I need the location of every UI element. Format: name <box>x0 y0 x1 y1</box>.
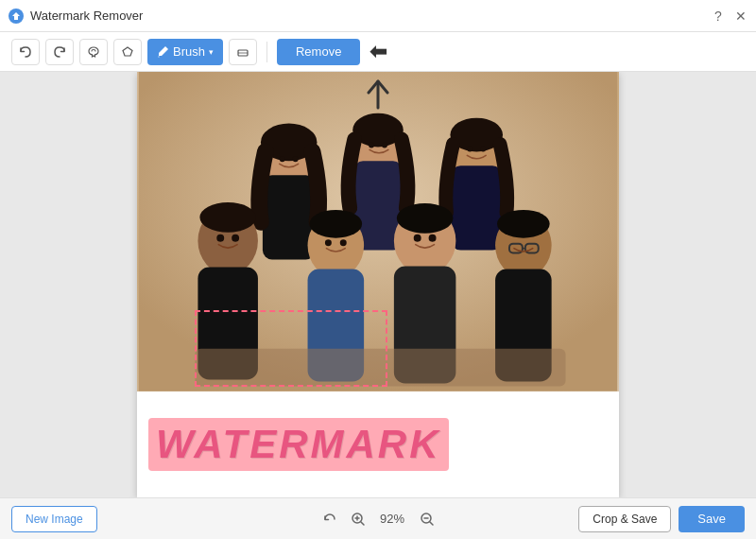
svg-point-18 <box>310 210 363 238</box>
polygon-button[interactable] <box>113 39 142 65</box>
new-image-button[interactable]: New Image <box>11 506 97 532</box>
app-logo-icon <box>8 8 25 25</box>
svg-point-35 <box>232 235 239 242</box>
close-button[interactable]: ✕ <box>733 9 748 24</box>
toolbar: Brush ▾ Remove ⬅ <box>0 32 756 72</box>
photo-background <box>137 72 619 391</box>
brush-dropdown-icon: ▾ <box>209 47 214 57</box>
svg-point-38 <box>414 235 421 242</box>
svg-point-21 <box>397 203 454 234</box>
svg-rect-11 <box>451 165 502 250</box>
svg-rect-5 <box>263 175 316 259</box>
brush-button[interactable]: Brush ▾ <box>147 39 223 65</box>
zoom-out-button[interactable] <box>417 509 438 530</box>
bottom-left-actions: New Image <box>11 506 97 532</box>
main-canvas-area: WATERMARK <box>0 72 756 497</box>
svg-point-32 <box>467 146 472 151</box>
zoom-level-text: 92% <box>376 512 409 526</box>
undo-button[interactable] <box>11 39 40 65</box>
watermark-text: WATERMARK <box>156 422 441 466</box>
eraser-button[interactable] <box>229 39 257 65</box>
svg-point-29 <box>293 156 299 162</box>
arrow-annotation-icon: ⬅ <box>369 40 387 64</box>
svg-point-15 <box>199 202 256 233</box>
svg-point-37 <box>340 239 347 246</box>
watermark-text-container: WATERMARK <box>156 422 441 467</box>
image-container[interactable]: WATERMARK <box>137 72 619 497</box>
zoom-reset-button[interactable] <box>319 509 340 530</box>
title-bar: Watermark Remover ? ✕ <box>0 0 756 32</box>
bottom-bar: New Image 92% Crop & Save Save <box>0 497 756 539</box>
zoom-controls: 92% <box>319 509 438 530</box>
brush-label: Brush <box>173 44 205 59</box>
remove-button[interactable]: Remove <box>277 39 360 65</box>
svg-point-30 <box>369 142 374 148</box>
svg-point-33 <box>480 146 486 151</box>
svg-point-27 <box>497 210 550 238</box>
svg-point-34 <box>216 235 224 242</box>
app-title: Watermark Remover <box>30 9 143 23</box>
title-controls: ? ✕ <box>711 9 748 24</box>
bottom-right-actions: Crop & Save Save <box>578 506 745 532</box>
svg-point-36 <box>325 239 332 246</box>
crop-save-button[interactable]: Crop & Save <box>578 506 671 532</box>
toolbar-separator <box>266 42 267 62</box>
lasso-button[interactable] <box>79 39 108 65</box>
zoom-in-button[interactable] <box>348 509 369 530</box>
svg-rect-40 <box>195 349 565 387</box>
svg-point-31 <box>382 142 387 148</box>
svg-point-28 <box>280 156 285 162</box>
help-button[interactable]: ? <box>711 9 726 24</box>
save-button[interactable]: Save <box>679 506 745 532</box>
redo-button[interactable] <box>45 39 74 65</box>
svg-point-39 <box>429 235 437 242</box>
watermark-area: WATERMARK <box>137 391 619 498</box>
group-photo-svg <box>137 72 619 391</box>
